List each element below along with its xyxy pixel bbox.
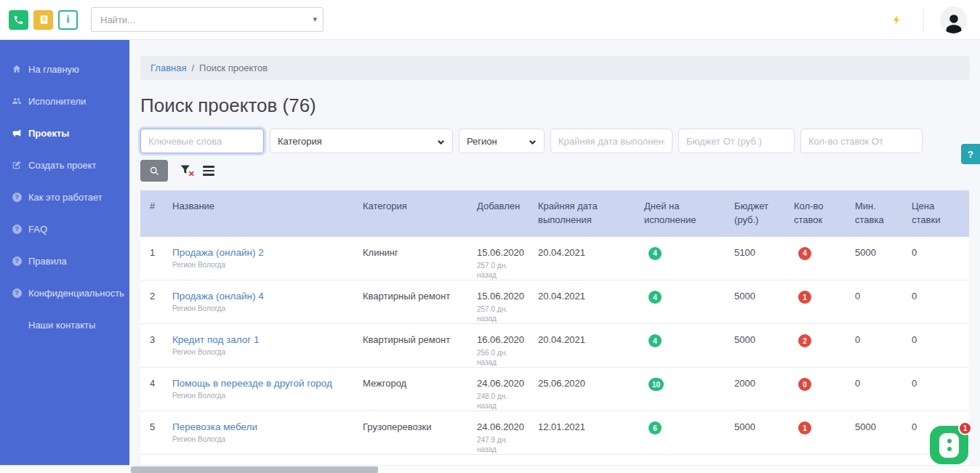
- deadline-date: 20.04.2021: [538, 280, 644, 324]
- main-content: Главная / Поиск проектов Поиск проектов …: [129, 40, 980, 465]
- project-region: Регион Вологда: [172, 261, 356, 269]
- megaphone-icon: [11, 127, 23, 139]
- col-header: Бюджет (руб.): [734, 190, 794, 237]
- budget-value: 5100: [734, 237, 794, 280]
- keywords-input[interactable]: [140, 129, 264, 153]
- sidebar-item-label: Конфиденциальность: [28, 288, 124, 299]
- project-category: Грузоперевозки: [363, 455, 477, 465]
- sidebar-item-label: Исполнители: [28, 96, 86, 107]
- sidebar-item-create-project[interactable]: Создать проект: [0, 149, 129, 181]
- table-row: 1 Продажа (онлайн) 2 Регион Вологда Клин…: [140, 237, 969, 280]
- question-circle-icon: ?: [11, 223, 23, 235]
- sidebar-item-privacy[interactable]: ? Конфиденциальность: [0, 277, 129, 309]
- filters-row: Категория Регион: [140, 129, 970, 153]
- project-link[interactable]: Продажа (онлайн) 4: [172, 291, 264, 302]
- chat-widget-button[interactable]: 1: [930, 426, 968, 464]
- table-row: 2 Продажа (онлайн) 4 Регион Вологда Квар…: [140, 280, 969, 324]
- sidebar-item-performers[interactable]: Исполнители: [0, 85, 129, 117]
- sidebar-item-label: FAQ: [28, 224, 47, 235]
- project-link[interactable]: Помощь в переезде в другой город: [172, 378, 332, 389]
- sidebar: На главную Исполнители Проекты Создать п…: [0, 40, 129, 465]
- clear-filters-button[interactable]: ✕: [178, 163, 193, 178]
- sidebar-item-projects[interactable]: Проекты: [0, 117, 129, 149]
- col-header: Мин. ставка: [855, 190, 912, 237]
- project-region: Регион Вологда: [172, 392, 356, 400]
- min-bid: 0: [855, 324, 912, 368]
- breadcrumb-home-link[interactable]: Главная: [150, 62, 186, 73]
- region-select[interactable]: Регион: [459, 129, 545, 153]
- phone-button[interactable]: [9, 10, 28, 30]
- lightning-button[interactable]: [885, 9, 907, 31]
- deadline-input[interactable]: [550, 129, 672, 153]
- table-header: # Название Категория Добавлен Крайняя да…: [140, 190, 969, 237]
- help-button[interactable]: ?: [961, 144, 980, 164]
- bids-badge: 4: [798, 247, 811, 260]
- user-avatar[interactable]: [940, 7, 967, 33]
- sidebar-item-home[interactable]: На главную: [0, 53, 129, 85]
- search-dropdown-caret-icon[interactable]: ▾: [313, 15, 317, 24]
- project-link[interactable]: Кредит под залог 1: [172, 334, 260, 345]
- topbar: i ▾: [0, 0, 980, 40]
- bids-badge: 2: [798, 334, 811, 347]
- users-icon: [11, 95, 23, 107]
- col-header: Добавлен: [477, 190, 538, 237]
- row-number: 2: [140, 280, 172, 324]
- col-header: Дней на исполнение: [644, 190, 734, 237]
- deadline-date: 12.01.2021: [538, 411, 644, 455]
- stakes-from-input[interactable]: [800, 129, 923, 153]
- bid-price: 0: [912, 237, 969, 280]
- bid-price: 0: [912, 368, 969, 411]
- chat-unread-badge: 1: [958, 421, 972, 435]
- phone-icon: [13, 15, 24, 25]
- col-header: #: [140, 190, 172, 237]
- chat-icon: [939, 433, 959, 458]
- question-circle-icon: ?: [11, 255, 23, 267]
- project-link[interactable]: Перевозка мебели: [172, 421, 257, 432]
- user-avatar-icon: [943, 12, 965, 33]
- deadline-date: 20.04.2021: [538, 237, 644, 280]
- edit-icon: [11, 159, 23, 171]
- list-view-button[interactable]: [203, 163, 217, 178]
- deadline-date: 20.04.2021: [538, 324, 644, 368]
- info-button[interactable]: i: [58, 10, 78, 30]
- col-header: Цена ставки: [912, 190, 969, 237]
- min-bid: 60000: [855, 455, 912, 465]
- budget-value: 3000: [734, 455, 794, 465]
- min-bid: 0: [855, 280, 912, 324]
- sidebar-item-contacts[interactable]: ? Наши контакты: [0, 309, 129, 341]
- added-date: 24.06.2020: [477, 378, 531, 389]
- bid-price: 0: [912, 324, 969, 368]
- project-region: Регион Вологда: [172, 304, 356, 312]
- projects-table: # Название Категория Добавлен Крайняя да…: [140, 190, 969, 465]
- row-number: 6: [140, 455, 172, 465]
- bids-badge: 1: [798, 291, 811, 304]
- topbar-icon-buttons: i: [9, 10, 78, 30]
- contacts-icon: [39, 15, 49, 25]
- horizontal-scrollbar-thumb[interactable]: [131, 466, 378, 473]
- lightning-icon: [891, 13, 902, 27]
- sidebar-item-how-it-works[interactable]: ? Как это работает: [0, 181, 129, 213]
- row-number: 1: [140, 237, 172, 280]
- budget-value: 5000: [734, 324, 794, 368]
- days-badge: 6: [648, 421, 662, 434]
- added-date: 15.06.2020: [477, 247, 531, 258]
- global-search-input[interactable]: [91, 7, 324, 32]
- project-category: Квартирный ремонт: [363, 280, 477, 324]
- sidebar-item-faq[interactable]: ? FAQ: [0, 213, 129, 245]
- search-button[interactable]: [140, 160, 168, 182]
- contacts-button[interactable]: [33, 10, 53, 30]
- sidebar-item-rules[interactable]: ? Правила: [0, 245, 129, 277]
- category-select[interactable]: Категория: [270, 129, 453, 153]
- table-row: 5 Перевозка мебели Регион Вологда Грузоп…: [140, 411, 969, 455]
- added-ago: 257.0 дн. назад: [477, 304, 519, 323]
- breadcrumb: Главная / Поиск проектов: [140, 56, 970, 80]
- bids-badge: 1: [798, 421, 811, 434]
- filter-actions: ✕: [140, 160, 970, 182]
- table-row: 4 Помощь в переезде в другой город Регио…: [140, 368, 969, 411]
- project-link[interactable]: Продажа (онлайн) 2: [172, 247, 264, 258]
- budget-from-input[interactable]: [678, 129, 795, 153]
- sidebar-item-label: Наши контакты: [28, 320, 95, 331]
- budget-value: 5000: [734, 411, 794, 455]
- region-select-value: Регион: [467, 136, 497, 147]
- question-circle-icon: ?: [11, 191, 23, 203]
